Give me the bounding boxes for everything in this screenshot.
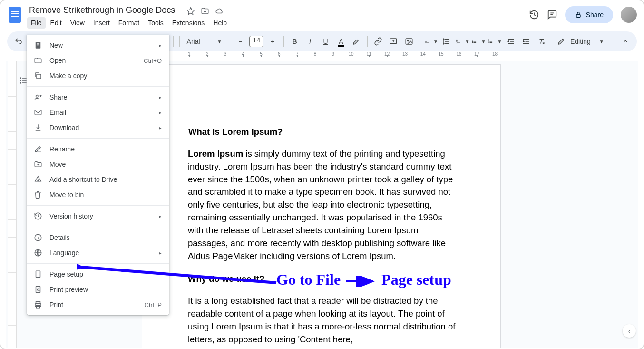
- menu-item-version-history[interactable]: Version history▸: [27, 209, 169, 224]
- share-button-label: Share: [586, 11, 604, 19]
- svg-rect-18: [37, 46, 39, 46]
- menu-item-make-copy[interactable]: Make a copy: [27, 68, 169, 83]
- submenu-arrow-icon: ▸: [159, 110, 162, 116]
- explore-side-button[interactable]: ‹: [623, 324, 636, 338]
- decrease-font-size[interactable]: −: [233, 34, 247, 49]
- svg-rect-17: [37, 45, 39, 45]
- shortcut-label: Ctrl+O: [144, 57, 162, 64]
- svg-point-26: [37, 289, 39, 290]
- submenu-arrow-icon: ▸: [159, 213, 162, 219]
- menu-help[interactable]: Help: [209, 17, 231, 29]
- italic-button[interactable]: I: [303, 34, 317, 49]
- svg-point-13: [20, 80, 21, 81]
- editing-mode-button[interactable]: Editing ▼: [550, 34, 611, 49]
- vertical-ruler[interactable]: [8, 61, 17, 348]
- folder-icon: [33, 56, 43, 65]
- toolbar-separator: [283, 36, 284, 47]
- move-icon[interactable]: [201, 7, 209, 15]
- collapse-toolbar-button[interactable]: [619, 34, 632, 49]
- copy-icon: [33, 71, 43, 80]
- bold-button[interactable]: B: [288, 34, 301, 49]
- toolbar-separator: [420, 36, 420, 47]
- menu-item-details[interactable]: Details: [27, 230, 169, 245]
- menu-file[interactable]: File: [27, 17, 46, 29]
- font-size-input[interactable]: 14: [249, 36, 263, 47]
- svg-text:3: 3: [488, 42, 489, 44]
- svg-rect-15: [36, 42, 41, 49]
- file-menu-dropdown: New▸ OpenCtrl+O Make a copy Share▸ Email…: [27, 35, 169, 315]
- shortcut-label: Ctrl+P: [145, 301, 162, 309]
- history-icon: [33, 212, 43, 220]
- star-icon[interactable]: [186, 7, 195, 15]
- bullet-list-button[interactable]: ▼: [471, 34, 486, 49]
- checklist-button[interactable]: ▼: [455, 34, 469, 49]
- account-avatar[interactable]: [621, 7, 637, 23]
- ruler-tick: 4: [234, 51, 252, 57]
- menu-item-move[interactable]: Move: [27, 157, 169, 172]
- rename-icon: [33, 145, 43, 153]
- ruler-tick: 6: [270, 51, 288, 57]
- doc-heading-1: What is Lorem Ipsum?: [188, 127, 283, 137]
- align-button[interactable]: ▼: [424, 34, 438, 49]
- document-title[interactable]: Remove Strikethrough in Google Docs: [26, 4, 178, 16]
- page-setup-icon: [33, 270, 43, 279]
- insert-image-button[interactable]: [402, 34, 416, 49]
- ruler-tick: 16: [450, 51, 468, 57]
- toolbar-separator: [615, 36, 615, 47]
- share-icon: [33, 93, 43, 101]
- undo-button[interactable]: [12, 34, 25, 49]
- menu-tools[interactable]: Tools: [144, 17, 167, 29]
- ruler-tick: 9: [324, 51, 342, 57]
- increase-font-size[interactable]: +: [265, 34, 280, 49]
- ruler-tick: 11: [360, 51, 378, 57]
- share-button[interactable]: Share: [565, 6, 613, 23]
- svg-rect-19: [37, 74, 41, 79]
- decrease-indent-button[interactable]: [504, 34, 517, 49]
- svg-rect-5: [456, 42, 458, 43]
- ruler-tick: 17: [468, 51, 486, 57]
- menu-item-add-shortcut[interactable]: Add a shortcut to Drive: [27, 172, 169, 187]
- underline-button[interactable]: U: [319, 34, 332, 49]
- menu-item-print-preview[interactable]: Print preview: [27, 282, 169, 297]
- menu-item-move-to-bin[interactable]: Move to bin: [27, 187, 169, 202]
- svg-rect-0: [576, 14, 580, 17]
- menu-insert[interactable]: Insert: [89, 17, 114, 29]
- svg-rect-16: [37, 43, 39, 44]
- menu-view[interactable]: View: [67, 17, 88, 29]
- menu-item-language[interactable]: Language▸: [27, 245, 169, 260]
- toolbar-separator: [229, 36, 229, 47]
- menu-item-share[interactable]: Share▸: [27, 90, 169, 105]
- menu-item-email[interactable]: Email▸: [27, 105, 169, 120]
- submenu-arrow-icon: ▸: [159, 250, 162, 256]
- cloud-status-icon[interactable]: [215, 7, 224, 15]
- highlight-button[interactable]: [350, 34, 363, 49]
- menu-item-new[interactable]: New▸: [27, 38, 169, 53]
- menu-item-page-setup[interactable]: Page setup: [27, 267, 169, 282]
- line-spacing-button[interactable]: [440, 34, 453, 49]
- increase-indent-button[interactable]: [519, 34, 533, 49]
- menu-edit[interactable]: Edit: [47, 17, 66, 29]
- insert-link-button[interactable]: [371, 34, 385, 49]
- font-family-selector[interactable]: Arial▼: [184, 35, 225, 48]
- globe-icon: [33, 249, 43, 257]
- menu-item-print[interactable]: PrintCtrl+P: [27, 297, 169, 312]
- menu-item-download[interactable]: Download▸: [27, 120, 169, 135]
- docs-logo[interactable]: [6, 6, 23, 23]
- menu-item-rename[interactable]: Rename: [27, 141, 169, 157]
- insert-comment-button[interactable]: [387, 34, 400, 49]
- ruler-tick: 7: [288, 51, 306, 57]
- menu-extensions[interactable]: Extensions: [168, 17, 208, 29]
- menu-format[interactable]: Format: [115, 17, 143, 29]
- clear-formatting-button[interactable]: [535, 34, 548, 49]
- numbered-list-button[interactable]: 123▼: [488, 34, 502, 49]
- text-color-button[interactable]: A: [334, 34, 348, 49]
- trash-icon: [33, 190, 43, 199]
- history-icon[interactable]: [529, 10, 539, 20]
- document-page[interactable]: What is Lorem Ipsum? Lorem Ipsum is simp…: [142, 64, 501, 348]
- menu-item-open[interactable]: OpenCtrl+O: [27, 53, 169, 68]
- email-icon: [33, 108, 43, 117]
- ruler-tick: 1: [180, 51, 198, 57]
- toolbar-separator: [367, 36, 368, 47]
- comments-icon[interactable]: [547, 10, 557, 20]
- svg-point-6: [473, 40, 473, 40]
